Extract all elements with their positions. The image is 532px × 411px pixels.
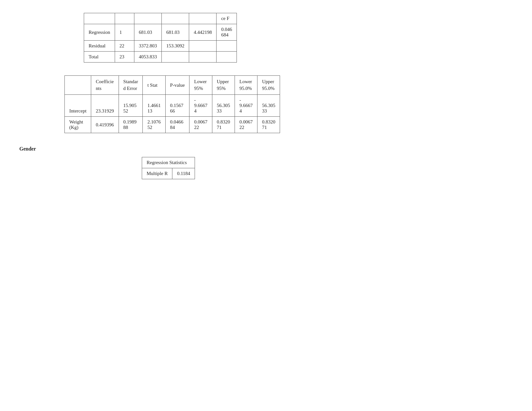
anova-residual-ss: 3372.803 [134, 41, 161, 52]
regression-stats-table: Regression Statistics Multiple R 0.1184 [142, 157, 195, 179]
coeff-header-coeff: Coefficie nts [91, 76, 119, 95]
coeff-weight-upper950: 0.8320 71 [257, 117, 280, 133]
coeff-weight-coeff: 0.419396 [91, 117, 119, 133]
coeff-weight-lower950: 0.0067 22 [235, 117, 257, 133]
anova-residual-f [189, 41, 217, 52]
coeff-weight-lower95: 0.0067 22 [189, 117, 212, 133]
coeff-weight-se: 0.1989 88 [119, 117, 143, 133]
coeff-intercept-upper95: 56.305 33 [212, 95, 235, 117]
coeff-header-upper95-line1: Upper [217, 79, 229, 84]
coeff-row-intercept: Intercept 23.31929 15.905 52 1.4661 13 0… [65, 95, 280, 117]
anova-regression-df: 1 [115, 24, 134, 41]
anova-regression-sig: 0.046 684 [217, 24, 237, 41]
coeff-header-upper950-line1: Upper [262, 79, 274, 84]
coeff-header-upper95: Upper 95% [212, 76, 235, 95]
coeff-intercept-coeff: 23.31929 [91, 95, 119, 117]
anova-total-ss: 4053.833 [134, 52, 161, 63]
coeff-header-upper950: Upper 95.0% [257, 76, 280, 95]
anova-total-sig [217, 52, 237, 63]
anova-residual-source: Residual [84, 41, 115, 52]
anova-header-source [84, 13, 115, 24]
anova-header-f [189, 13, 217, 24]
coeff-header-lower950-line2: 95.0% [239, 86, 252, 91]
coeff-header-lower95-line1: Lower [194, 79, 207, 84]
coeff-weight-upper95: 0.8320 71 [212, 117, 235, 133]
coeff-header-label [65, 76, 91, 95]
coefficients-section: Coefficie nts Standar d Error t Stat P-v… [19, 75, 513, 133]
multiple-r-row: Multiple R 0.1184 [142, 168, 195, 179]
coeff-header-lower95-line2: 95% [194, 86, 203, 91]
anova-regression-source: Regression [84, 24, 115, 41]
anova-row-regression: Regression 1 681.03 681.03 4.442198 0.04… [84, 24, 237, 41]
anova-header-sig: ce F [217, 13, 237, 24]
anova-regression-ms: 681.03 [161, 24, 189, 41]
coefficients-table: Coefficie nts Standar d Error t Stat P-v… [64, 75, 280, 133]
coeff-header-tstat: t Stat [143, 76, 165, 95]
coeff-intercept-se: 15.905 52 [119, 95, 143, 117]
anova-total-source: Total [84, 52, 115, 63]
multiple-r-value: 0.1184 [172, 168, 195, 179]
coeff-header-upper95-line2: 95% [217, 86, 226, 91]
multiple-r-label: Multiple R [142, 168, 172, 179]
coeff-header-coeff-line1: Coefficie [96, 79, 114, 84]
anova-total-df: 23 [115, 52, 134, 63]
anova-total-ms [161, 52, 189, 63]
anova-regression-f: 4.442198 [189, 24, 217, 41]
anova-header-ms [161, 13, 189, 24]
anova-table: ce F Regression 1 681.03 681.03 4.442198… [84, 13, 237, 63]
coeff-intercept-label: Intercept [65, 95, 91, 117]
coeff-intercept-lower95: - 9.6667 4 [189, 95, 212, 117]
coeff-intercept-upper950: 56.305 33 [257, 95, 280, 117]
anova-row-total: Total 23 4053.833 [84, 52, 237, 63]
anova-residual-sig [217, 41, 237, 52]
anova-regression-ss: 681.03 [134, 24, 161, 41]
coeff-intercept-lower950: - 9.6667 4 [235, 95, 257, 117]
coeff-header-coeff-line2: nts [96, 86, 102, 91]
coeff-header-se: Standar d Error [119, 76, 143, 95]
anova-row-residual: Residual 22 3372.803 153.3092 [84, 41, 237, 52]
coeff-header-pval: P-value [165, 76, 189, 95]
anova-section: ce F Regression 1 681.03 681.03 4.442198… [19, 13, 513, 63]
coeff-intercept-pval: 0.1567 66 [165, 95, 189, 117]
anova-residual-df: 22 [115, 41, 134, 52]
coeff-weight-label: Weight (Kg) [65, 117, 91, 133]
anova-total-f [189, 52, 217, 63]
coeff-row-weight: Weight (Kg) 0.419396 0.1989 88 2.1076 52… [65, 117, 280, 133]
coeff-intercept-tstat: 1.4661 13 [143, 95, 165, 117]
coeff-header-se-line1: Standar [123, 79, 138, 84]
anova-header-ss [134, 13, 161, 24]
reg-stats-title: Regression Statistics [142, 157, 195, 168]
gender-label: Gender [19, 146, 513, 152]
anova-residual-ms: 153.3092 [161, 41, 189, 52]
coeff-weight-pval: 0.0466 84 [165, 117, 189, 133]
coeff-weight-tstat: 2.1076 52 [143, 117, 165, 133]
anova-header-df [115, 13, 134, 24]
coeff-header-lower95: Lower 95% [189, 76, 212, 95]
coeff-header-lower950: Lower 95.0% [235, 76, 257, 95]
gender-section: Gender Regression Statistics Multiple R … [19, 146, 513, 179]
coeff-header-upper950-line2: 95.0% [262, 86, 275, 91]
coeff-header-se-line2: d Error [123, 86, 137, 91]
coeff-header-lower950-line1: Lower [239, 79, 252, 84]
